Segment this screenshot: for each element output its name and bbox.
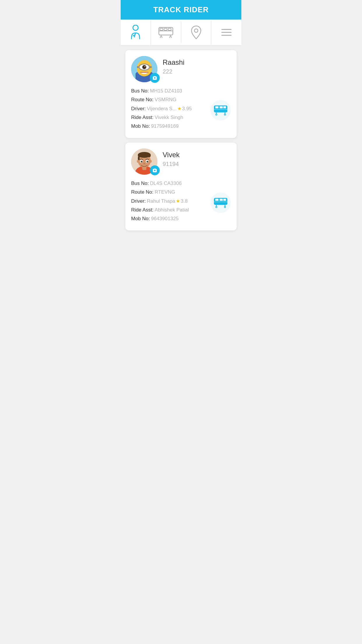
svg-point-68 [216,206,217,207]
route-no-value-1: VSMRNG [155,97,177,103]
nav-item-menu[interactable] [211,23,241,42]
rider-card-2: Vivek 91194 Bus No: DL4S CA3306 Route No… [125,143,237,230]
driver-label-1: Driver: [131,106,146,112]
card-top-2: Vivek 91194 [131,148,231,175]
track-bus-button-1[interactable] [210,100,231,120]
nav-item-location[interactable] [181,20,212,45]
mob-row-1: Mob No: 9175949169 [131,123,208,129]
ride-asst-value-1: Vivekk Singh [155,115,183,120]
camera-button-1[interactable] [150,73,160,83]
nav-item-person[interactable] [121,20,151,45]
svg-rect-31 [215,106,219,108]
avatar-wrapper-1 [131,56,157,82]
rider-id-1: 222 [163,68,231,75]
svg-point-55 [138,163,141,165]
svg-point-50 [141,161,143,162]
mob-value-1: 9175949169 [151,123,179,129]
svg-point-52 [142,161,142,162]
app-title: TRACK RIDER [153,5,209,14]
bus-no-value-1: MH15 DZ4103 [150,88,182,94]
track-bus-button-2[interactable] [210,192,231,213]
bus-card-icon-2 [214,197,228,208]
rider-name-1: Raashi [163,58,231,66]
location-icon [191,25,202,39]
star-icon-2: ★ [176,198,180,204]
driver-rating-1: ★ 3.95 [177,106,192,112]
person-icon [130,25,141,40]
card-top-1: Raashi 222 [131,56,231,82]
camera-icon-1 [152,75,157,80]
ride-asst-row-2: Ride Asst: Abhishek Patial [131,207,208,213]
svg-point-51 [147,161,148,162]
menu-icon [221,28,232,36]
bus-nav-icon [158,27,173,38]
rider-name-2: Vivek [163,151,231,159]
riders-list: Raashi 222 Bus No: MH15 DZ4103 Route No:… [121,46,241,235]
svg-rect-62 [223,199,226,201]
mob-label-1: Mob No: [131,123,150,129]
svg-point-12 [194,29,198,32]
svg-point-27 [145,66,145,67]
details-list-1: Bus No: MH15 DZ4103 Route No: VSMRNG Dri… [131,88,208,132]
svg-point-11 [170,36,171,38]
mob-row-2: Mob No: 9643901325 [131,216,208,222]
ride-asst-label-1: Ride Asst: [131,115,154,120]
driver-value-1: Vijendera S... [147,106,177,112]
svg-rect-47 [138,157,140,160]
route-no-label-2: Route No: [131,189,154,195]
svg-rect-33 [223,106,226,108]
svg-point-53 [147,161,148,162]
rating-num-2: 3.8 [181,198,188,204]
camera-button-2[interactable] [150,165,160,175]
svg-point-57 [137,160,139,163]
app-header: TRACK RIDER [121,0,241,20]
driver-row-2: Driver: Rahul Thapa ★ 3.8 [131,198,208,204]
rider-info-1: Raashi 222 [163,56,231,75]
camera-icon-2 [152,168,157,173]
svg-rect-46 [138,154,151,157]
svg-rect-60 [215,199,219,201]
svg-rect-6 [164,28,167,30]
bus-card-icon-1 [214,105,228,116]
driver-rating-2: ★ 3.8 [176,198,188,204]
star-icon-1: ★ [177,106,182,112]
card-details-1: Bus No: MH15 DZ4103 Route No: VSMRNG Dri… [131,88,231,132]
bus-no-row-1: Bus No: MH15 DZ4103 [131,88,208,94]
svg-rect-29 [150,66,152,68]
ride-asst-label-2: Ride Asst: [131,207,154,213]
driver-label-2: Driver: [131,198,146,204]
svg-point-10 [160,36,162,38]
bus-no-row-2: Bus No: DL4S CA3306 [131,181,208,186]
svg-point-39 [216,114,217,115]
rating-num-1: 3.95 [182,106,192,112]
route-no-row-1: Route No: VSMRNG [131,97,208,103]
bus-no-label-2: Bus No: [131,181,149,186]
svg-rect-32 [219,106,223,108]
svg-point-69 [224,206,225,207]
avatar-wrapper-2 [131,148,157,175]
rider-id-2: 91194 [163,161,231,167]
ride-asst-row-1: Ride Asst: Vivekk Singh [131,115,208,120]
navigation-bar [121,20,241,46]
bus-no-value-2: DL4S CA3306 [150,181,182,186]
details-list-2: Bus No: DL4S CA3306 Route No: RTEVNG Dri… [131,181,208,225]
route-no-row-2: Route No: RTEVNG [131,189,208,195]
card-details-2: Bus No: DL4S CA3306 Route No: RTEVNG Dri… [131,181,231,225]
nav-item-bus[interactable] [151,22,181,43]
rider-card-1: Raashi 222 Bus No: MH15 DZ4103 Route No:… [125,50,237,138]
svg-point-54 [143,163,145,164]
driver-row-1: Driver: Vijendera S... ★ 3.95 [131,106,208,112]
svg-point-58 [150,160,152,163]
svg-rect-28 [137,66,138,68]
svg-rect-5 [160,28,163,30]
svg-point-56 [147,163,150,165]
mob-label-2: Mob No: [131,216,150,222]
mob-value-2: 9643901325 [151,216,179,222]
svg-point-0 [133,25,138,30]
ride-asst-value-2: Abhishek Patial [155,207,189,213]
route-no-value-2: RTEVNG [155,189,175,195]
svg-rect-61 [219,199,223,201]
svg-line-2 [133,35,134,36]
svg-rect-7 [168,28,171,30]
rider-info-2: Vivek 91194 [163,148,231,167]
